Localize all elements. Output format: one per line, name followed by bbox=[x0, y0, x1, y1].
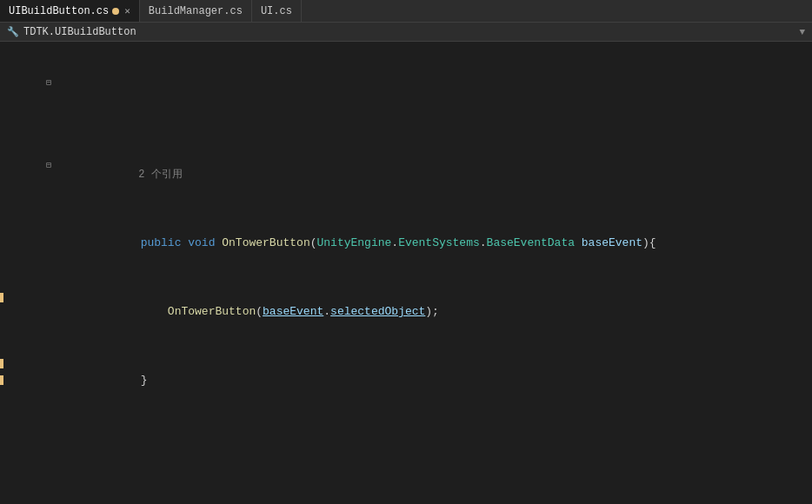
ref-count-1: 2 个引用 bbox=[113, 169, 182, 181]
breadcrumb-bar: 🔧 TDTK.UIBuildButton ▼ bbox=[0, 23, 812, 42]
ln-16 bbox=[0, 289, 42, 306]
param-baseevent: baseEvent bbox=[575, 236, 642, 249]
collapse-btn-2[interactable]: ⊟ bbox=[42, 157, 56, 174]
ln-3 bbox=[0, 75, 42, 91]
ln-27 bbox=[0, 471, 42, 487]
ln-17 bbox=[0, 306, 42, 322]
ln-24 bbox=[0, 421, 42, 438]
ln-25 bbox=[0, 438, 42, 454]
code-line-ref1: 2 个引用 bbox=[59, 149, 812, 166]
breadcrumb: TDTK.UIBuildButton bbox=[23, 26, 136, 38]
close-tab-icon[interactable]: ✕ bbox=[124, 5, 130, 17]
ln-28 bbox=[0, 487, 42, 504]
collapse-empty-4 bbox=[42, 108, 56, 124]
code-content[interactable]: 2 个引用 public void OnTowerButton(UnityEng… bbox=[56, 42, 812, 504]
ln-23 bbox=[0, 405, 42, 421]
collapse-empty-3 bbox=[42, 91, 56, 108]
code-line-5: } bbox=[59, 355, 812, 372]
collapse-empty-2 bbox=[42, 58, 56, 75]
ns-eventsystems: EventSystems bbox=[398, 236, 480, 249]
brace-1: } bbox=[113, 374, 147, 387]
collapse-btn-1[interactable]: ⊟ bbox=[42, 75, 56, 91]
ln-7 bbox=[0, 141, 42, 157]
collapse-gutter: ⊟ ⊟ bbox=[42, 42, 56, 504]
ln-18 bbox=[0, 322, 42, 339]
ln-13 bbox=[0, 240, 42, 256]
ln-10 bbox=[0, 190, 42, 207]
paren-1: ( bbox=[310, 236, 317, 249]
ln-15 bbox=[0, 273, 42, 289]
ln-19 bbox=[0, 339, 42, 355]
tab-buildmanager[interactable]: BuildManager.cs bbox=[140, 0, 252, 22]
ln-5 bbox=[0, 108, 42, 124]
method-call-1: OnTowerButton bbox=[113, 305, 256, 318]
code-line-blank1 bbox=[59, 81, 812, 97]
ln-20 bbox=[0, 355, 42, 372]
collapse-empty-1 bbox=[42, 42, 56, 58]
tab-label: UI.cs bbox=[261, 5, 292, 17]
tab-label: BuildManager.cs bbox=[149, 5, 243, 17]
ln-21 bbox=[0, 372, 42, 388]
ln-22 bbox=[0, 388, 42, 405]
param-selected: selectedObject bbox=[330, 305, 425, 318]
tab-label: UIBuildButton.cs bbox=[9, 5, 109, 17]
paren-2: ){ bbox=[642, 236, 656, 249]
ln-12 bbox=[0, 223, 42, 240]
dot-1: . bbox=[391, 236, 398, 249]
tab-ui[interactable]: UI.cs bbox=[252, 0, 302, 22]
code-line-4: OnTowerButton(baseEvent.selectedObject); bbox=[59, 287, 812, 303]
method-ontowerbutton1: OnTowerButton bbox=[222, 236, 309, 249]
ln-4 bbox=[0, 91, 42, 108]
param-baseevent-2: baseEvent bbox=[263, 305, 323, 318]
ln-1 bbox=[0, 42, 42, 58]
modified-indicator bbox=[112, 8, 119, 15]
ln-11 bbox=[0, 207, 42, 223]
kw-void-1: void bbox=[188, 236, 222, 249]
class-baseeventdata: BaseEventData bbox=[487, 236, 575, 249]
code-container: ⊟ ⊟ 2 个引用 public void OnTowerButton(Unit… bbox=[0, 42, 812, 504]
collapse-empty-5 bbox=[42, 124, 56, 141]
ln-2 bbox=[0, 58, 42, 75]
ns-unityengine: UnityEngine bbox=[317, 236, 392, 249]
paren-3: ( bbox=[256, 305, 263, 318]
kw-public-1: public bbox=[113, 236, 188, 249]
breadcrumb-icon: 🔧 bbox=[7, 26, 19, 37]
tab-bar: UIBuildButton.cs ✕ BuildManager.cs UI.cs bbox=[0, 0, 812, 23]
ln-14 bbox=[0, 256, 42, 273]
tab-uibuildbutton[interactable]: UIBuildButton.cs ✕ bbox=[0, 0, 140, 22]
ln-6 bbox=[0, 124, 42, 141]
ln-26 bbox=[0, 454, 42, 471]
collapse-empty-6 bbox=[42, 141, 56, 157]
ln-8 bbox=[0, 157, 42, 174]
collapse-all: ▼ bbox=[799, 27, 805, 37]
line-numbers bbox=[0, 42, 42, 504]
code-line-3: public void OnTowerButton(UnityEngine.Ev… bbox=[59, 218, 812, 235]
ln-9 bbox=[0, 174, 42, 190]
code-line-blank2 bbox=[59, 424, 812, 441]
dot-2: . bbox=[480, 236, 487, 249]
dot-3: . bbox=[323, 305, 330, 318]
code-line-ref2: 2 个引用 bbox=[59, 493, 812, 504]
editor-root: UIBuildButton.cs ✕ BuildManager.cs UI.cs… bbox=[0, 0, 812, 504]
paren-4: ); bbox=[425, 305, 439, 318]
